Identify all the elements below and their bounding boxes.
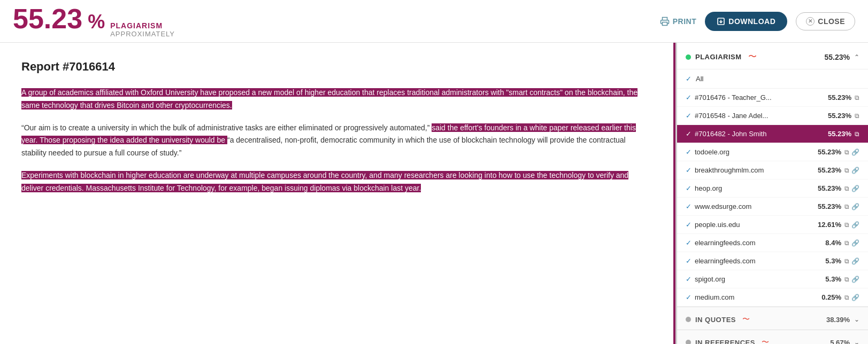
source-s2[interactable]: ✓ #7016548 - Jane Adel... 55.23% ⧉	[677, 107, 868, 125]
source-icons-s2: ⧉	[855, 112, 859, 120]
source-name-s3: #7016482 - John Smith	[695, 130, 825, 138]
source-pct-s2: 55.23%	[828, 112, 851, 120]
sidebar: PLAGIARISM 〜 55.23% ⌃ ✓ All ✓ #7016476 -…	[675, 43, 868, 344]
source-s10[interactable]: ✓ elearningfeeds.com 5.3% ⧉ 🔗	[677, 252, 868, 270]
external-link-icon-s5[interactable]: ⧉	[844, 167, 849, 174]
in-references-pct: 5.67%	[830, 339, 850, 345]
external-link-icon-s1[interactable]: ⧉	[855, 94, 859, 101]
source-name-s11: spigot.org	[695, 275, 822, 283]
source-icons-s10: ⧉ 🔗	[844, 257, 859, 265]
chevron-down-quotes-icon[interactable]: ⌄	[854, 316, 859, 323]
source-icons-s8: ⧉ 🔗	[844, 221, 859, 229]
in-quotes-section-header: IN QUOTES 〜 38.39% ⌄	[677, 307, 868, 330]
in-quotes-right: 38.39% ⌄	[826, 316, 859, 324]
check-icon-s10: ✓	[686, 257, 692, 265]
percent-sign: %	[88, 12, 105, 32]
wavy-references-icon: 〜	[762, 338, 769, 344]
wavy-quotes-icon: 〜	[742, 315, 750, 324]
link-icon-s5[interactable]: 🔗	[851, 167, 859, 174]
source-s5[interactable]: ✓ breakthroughmlm.com 55.23% ⧉ 🔗	[677, 161, 868, 179]
source-s1[interactable]: ✓ #7016476 - Teacher_G... 55.23% ⧉	[677, 89, 868, 107]
source-name-s8: people.uis.edu	[695, 221, 815, 229]
source-pct-s11: 5.3%	[825, 275, 841, 283]
source-pct-s5: 55.23%	[818, 166, 841, 174]
link-icon-s9[interactable]: 🔗	[851, 239, 859, 247]
in-references-section-header: IN REFERENCES 〜 5.67% ⌄	[677, 330, 868, 344]
source-name-s6: heop.org	[695, 184, 815, 192]
source-pct-s1: 55.23%	[828, 93, 851, 101]
source-icons-s9: ⧉ 🔗	[844, 239, 859, 247]
external-link-icon-s7[interactable]: ⧉	[844, 203, 849, 210]
external-link-icon-s2[interactable]: ⧉	[855, 112, 859, 120]
link-icon-s12[interactable]: 🔗	[851, 294, 859, 301]
label-approximately: APPROXIMATELY	[110, 30, 175, 38]
source-s6[interactable]: ✓ heop.org 55.23% ⧉ 🔗	[677, 179, 868, 198]
link-icon-s10[interactable]: 🔗	[851, 257, 859, 265]
source-s8[interactable]: ✓ people.uis.edu 12.61% ⧉ 🔗	[677, 216, 868, 234]
source-s7[interactable]: ✓ www.edsurge.com 55.23% ⧉ 🔗	[677, 198, 868, 216]
link-icon-s6[interactable]: 🔗	[851, 185, 859, 192]
source-name-s12: medium.com	[695, 293, 818, 301]
in-references-title: IN REFERENCES	[695, 339, 755, 345]
source-s3[interactable]: ✓ #7016482 - John Smith 55.23% ⧉	[677, 125, 868, 143]
source-icons-s5: ⧉ 🔗	[844, 167, 859, 174]
external-link-icon-s10[interactable]: ⧉	[844, 257, 849, 265]
source-pct-s10: 5.3%	[825, 257, 841, 265]
source-pct-s12: 0.25%	[821, 293, 841, 301]
source-icons-s7: ⧉ 🔗	[844, 203, 859, 210]
source-icons-s3: ⧉	[855, 130, 859, 138]
link-icon-s7[interactable]: 🔗	[851, 203, 859, 210]
main-layout: Report #7016614 A group of academics aff…	[0, 43, 868, 344]
download-label: DOWNLOAD	[728, 17, 775, 26]
source-s11[interactable]: ✓ spigot.org 5.3% ⧉ 🔗	[677, 270, 868, 288]
highlighted-text-3: Experiments with blockchain in higher ed…	[21, 171, 628, 192]
external-link-icon-s4[interactable]: ⧉	[844, 148, 849, 156]
source-pct-s9: 8.4%	[825, 239, 841, 247]
chevron-up-icon[interactable]: ⌃	[854, 53, 859, 61]
source-name-s9: elearningfeeds.com	[695, 239, 822, 247]
link-icon-s8[interactable]: 🔗	[851, 221, 859, 229]
source-icons-s4: ⧉ 🔗	[844, 148, 859, 156]
source-icons-s1: ⧉	[855, 94, 859, 101]
plagiarism-score: 55.23 % PLAGIARISM APPROXIMATELY	[13, 5, 175, 38]
external-link-icon-s9[interactable]: ⧉	[844, 239, 849, 247]
sidebar-header-left: PLAGIARISM 〜	[686, 51, 757, 62]
external-link-icon-s12[interactable]: ⧉	[844, 294, 849, 301]
sidebar-header-right: 55.23% ⌃	[825, 53, 859, 61]
sidebar-plagiarism-pct: 55.23%	[825, 53, 850, 61]
check-icon-s2: ✓	[686, 112, 692, 120]
download-icon	[717, 17, 725, 26]
link-icon-s4[interactable]: 🔗	[851, 148, 859, 156]
print-button[interactable]: PRINT	[660, 17, 697, 26]
chevron-down-references-icon[interactable]: ⌄	[854, 339, 859, 344]
external-link-icon-s11[interactable]: ⧉	[844, 276, 849, 283]
source-icons-s11: ⧉ 🔗	[844, 276, 859, 283]
link-icon-s11[interactable]: 🔗	[851, 276, 859, 283]
close-button[interactable]: ✕ CLOSE	[796, 12, 855, 30]
source-pct-s7: 55.23%	[818, 202, 841, 210]
text-segment-2a: “Our aim is to create a university in wh…	[21, 123, 432, 132]
source-s9[interactable]: ✓ elearningfeeds.com 8.4% ⧉ 🔗	[677, 234, 868, 252]
source-name-s1: #7016476 - Teacher_G...	[695, 93, 825, 101]
paragraph-1: A group of academics affiliated with Oxf…	[21, 87, 652, 112]
check-icon-s12: ✓	[686, 293, 692, 301]
content-area: Report #7016614 A group of academics aff…	[0, 43, 673, 344]
check-icon-s6: ✓	[686, 184, 692, 192]
source-s4[interactable]: ✓ todoele.org 55.23% ⧉ 🔗	[677, 143, 868, 161]
external-link-icon-s3[interactable]: ⧉	[855, 130, 859, 138]
download-button[interactable]: DOWNLOAD	[705, 12, 787, 31]
sidebar-plagiarism-title: PLAGIARISM	[695, 53, 742, 61]
check-icon-s11: ✓	[686, 275, 692, 283]
source-s12[interactable]: ✓ medium.com 0.25% ⧉ 🔗	[677, 288, 868, 307]
close-x-icon: ✕	[806, 17, 815, 26]
check-icon-s7: ✓	[686, 202, 692, 210]
source-pct-s4: 55.23%	[818, 148, 841, 156]
external-link-icon-s6[interactable]: ⧉	[844, 185, 849, 192]
in-references-right: 5.67% ⌄	[830, 339, 859, 345]
in-references-left: IN REFERENCES 〜	[686, 338, 769, 344]
sidebar-plagiarism-header: PLAGIARISM 〜 55.23% ⌃	[677, 43, 868, 69]
print-icon	[660, 17, 670, 26]
source-name-s5: breakthroughmlm.com	[695, 166, 815, 174]
sidebar-all-row[interactable]: ✓ All	[677, 69, 868, 89]
external-link-icon-s8[interactable]: ⧉	[844, 221, 849, 229]
